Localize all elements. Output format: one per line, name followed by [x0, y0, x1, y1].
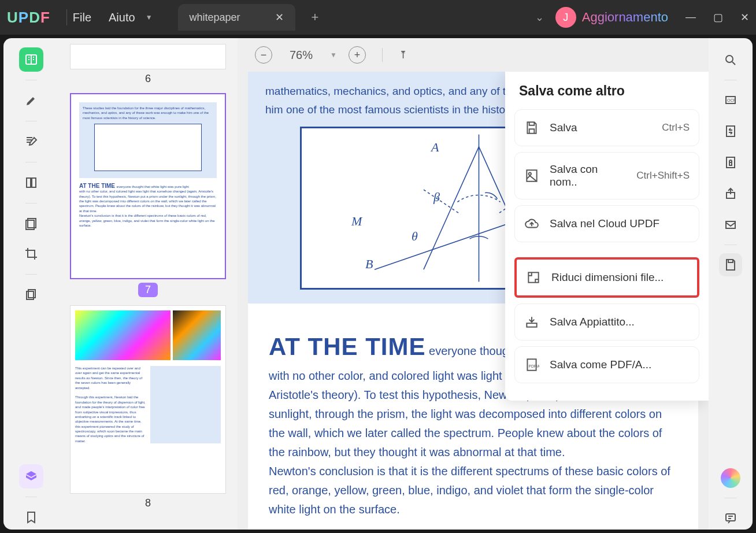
ocr-icon[interactable]: OCR: [719, 88, 742, 112]
svg-point-12: [529, 173, 531, 175]
menu-help[interactable]: Aiuto: [109, 11, 135, 24]
save-button[interactable]: SalvaCtrl+S: [514, 109, 699, 146]
reader-mode-icon[interactable]: [19, 47, 43, 72]
avatar[interactable]: J: [555, 7, 576, 28]
save-panel-title: Salva come altro: [514, 83, 699, 99]
svg-rect-24: [726, 221, 735, 228]
protect-icon[interactable]: [719, 151, 742, 174]
app-logo: UPDF: [7, 9, 50, 27]
page-number-7: 7: [138, 283, 158, 297]
page-number-8: 8: [70, 497, 226, 509]
svg-rect-25: [726, 514, 735, 521]
document-tab[interactable]: whitepaper ✕: [178, 4, 295, 31]
organize-icon[interactable]: [19, 212, 43, 236]
svg-rect-1: [27, 178, 31, 187]
tab-overflow-icon[interactable]: ⌄: [524, 11, 555, 24]
svg-text:PDF/A: PDF/A: [529, 364, 539, 368]
save-other-icon[interactable]: [719, 253, 742, 276]
svg-rect-20: [727, 126, 735, 136]
doc-heading: AT THE TIME: [269, 333, 426, 360]
save-as-button[interactable]: Salva con nom..Ctrl+Shift+S: [514, 152, 699, 199]
crop-icon[interactable]: [19, 242, 43, 266]
menu-file[interactable]: File: [73, 11, 91, 24]
bookmark-icon[interactable]: [19, 505, 43, 530]
batch-icon[interactable]: [19, 283, 43, 307]
comment-icon[interactable]: [719, 506, 742, 530]
svg-point-17: [726, 55, 733, 62]
pages-icon[interactable]: [19, 171, 43, 195]
svg-rect-13: [528, 272, 538, 282]
save-pdfa-button[interactable]: PDF/A Salva come PDF/A...: [514, 346, 699, 383]
reduce-file-size-button[interactable]: Riduci dimensioni file...: [514, 257, 699, 298]
svg-rect-14: [527, 323, 536, 327]
highlight-icon[interactable]: [19, 88, 43, 113]
thumbnail-page-7[interactable]: These studies laid the foundation for th…: [70, 93, 226, 279]
page-number-6: 6: [70, 73, 226, 85]
save-cloud-button[interactable]: Salva nel Cloud UPDF: [514, 205, 699, 242]
upgrade-link[interactable]: Aggiornamento: [582, 10, 668, 25]
zoom-in-icon[interactable]: +: [349, 46, 366, 64]
tab-close-icon[interactable]: ✕: [275, 11, 284, 24]
search-icon[interactable]: [719, 49, 742, 72]
svg-line-9: [424, 146, 479, 269]
share-icon[interactable]: [719, 182, 742, 205]
save-as-other-panel: Salva come altro SalvaCtrl+S Salva con n…: [505, 72, 709, 401]
save-flattened-button[interactable]: Salva Appiattito...: [514, 303, 699, 340]
thumbnail-page-8[interactable]: This experiment can be repeated over and…: [70, 305, 226, 494]
thumbnail-page-6[interactable]: [70, 44, 226, 69]
ai-icon[interactable]: [719, 467, 742, 490]
thumbnail-panel: 6 These studies laid the foundation for …: [58, 38, 238, 530]
tab-title: whitepaper: [190, 12, 240, 24]
email-icon[interactable]: [719, 213, 742, 236]
svg-rect-22: [729, 162, 732, 165]
layers-icon[interactable]: [19, 464, 43, 488]
window-minimize-icon[interactable]: —: [685, 11, 696, 24]
edit-icon[interactable]: [19, 129, 43, 154]
tab-dropdown-icon[interactable]: ▼: [139, 9, 160, 26]
window-maximize-icon[interactable]: ▢: [713, 11, 723, 24]
svg-text:OCR: OCR: [727, 98, 736, 102]
zoom-level: 76%: [290, 49, 313, 62]
doc-body-2: Newton's conclusion is that it is the di…: [269, 465, 670, 516]
zoom-dropdown-icon[interactable]: ▼: [330, 51, 337, 59]
scroll-top-icon[interactable]: ⤒: [399, 49, 407, 61]
svg-rect-2: [32, 178, 36, 187]
tab-add-icon[interactable]: +: [302, 5, 328, 29]
zoom-out-icon[interactable]: −: [255, 46, 272, 64]
window-close-icon[interactable]: ✕: [740, 11, 749, 24]
convert-icon[interactable]: [719, 120, 742, 143]
